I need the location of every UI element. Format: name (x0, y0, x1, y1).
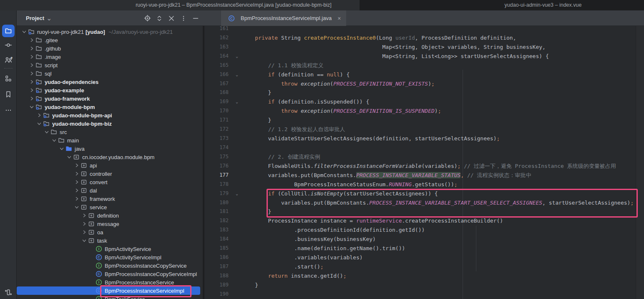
tree-item-BpmActivityService[interactable]: IBpmActivityService (17, 245, 203, 253)
code-text[interactable]: FlowableUtils.filterProcessInstanceFormV… (242, 162, 636, 171)
line-number[interactable]: 168 (204, 88, 232, 97)
line-number[interactable]: 182 (204, 216, 232, 226)
line-number[interactable]: 165 (204, 61, 232, 70)
tree-item-api[interactable]: api (17, 161, 203, 170)
code-text[interactable]: // 2. 创建流程实例 (242, 152, 636, 162)
code-line-165[interactable]: 165 // 1.1 校验流程定义 (204, 61, 636, 70)
tree-item-cn.iocoder.yudao.module.bpm[interactable]: cn.iocoder.yudao.module.bpm (17, 153, 203, 161)
fold-chevron-icon[interactable]: ⌄ (232, 97, 242, 106)
code-text[interactable]: .name(definition.getName().trim()) (242, 244, 636, 253)
code-text[interactable]: variables.put(BpmConstants.PROCESS_INSTA… (242, 171, 636, 180)
close-icon[interactable]: × (337, 15, 341, 21)
code-text[interactable]: return instance.getId(); (242, 271, 636, 281)
line-number[interactable]: 164 (204, 52, 232, 61)
tree-item-.image[interactable]: .image (17, 53, 203, 61)
code-line-187[interactable]: 187 .start(); (204, 262, 636, 271)
code-text[interactable] (242, 290, 636, 299)
code-line-189[interactable]: 189 } (204, 281, 636, 290)
more-tools-tool-button[interactable] (2, 104, 15, 117)
chevron-right-icon[interactable] (28, 87, 35, 94)
structure-tool-button[interactable] (2, 72, 15, 85)
code-text[interactable]: // 1.2 校验发起人自选审批人 (242, 125, 636, 134)
hide-panel-icon[interactable] (192, 15, 199, 22)
line-number[interactable]: 189 (204, 281, 232, 290)
chevron-down-icon[interactable] (21, 28, 28, 35)
chevron-down-icon[interactable] (66, 154, 73, 160)
code-line-168[interactable]: 168 } (204, 88, 636, 97)
chevron-right-icon[interactable] (28, 45, 35, 52)
chevron-right-icon[interactable] (81, 229, 88, 236)
bookmarks-tool-button[interactable] (2, 88, 15, 101)
line-number[interactable]: 188 (204, 271, 232, 281)
fold-chevron-icon[interactable]: ⌄ (232, 52, 242, 61)
tree-item-.gitee[interactable]: .gitee (17, 36, 203, 44)
code-line-184[interactable]: 184 .businessKey(businessKey) (204, 235, 636, 244)
code-text[interactable]: Map<String, List<Long>> startUserSelectA… (242, 52, 636, 61)
code-editor[interactable]: 161162 private String createProcessInsta… (204, 26, 644, 299)
line-number[interactable]: 177 (204, 171, 232, 180)
line-number[interactable]: 171 (204, 116, 232, 125)
line-number[interactable]: 174 (204, 143, 232, 152)
chevron-right-icon[interactable] (28, 53, 35, 60)
tree-item-sql[interactable]: sql (17, 69, 203, 78)
code-area[interactable]: 161162 private String createProcessInsta… (204, 26, 636, 299)
code-line-161[interactable]: 161 (204, 26, 636, 33)
code-text[interactable]: throw exception(PROCESS_DEFINITION_IS_SU… (242, 106, 636, 116)
code-line-167[interactable]: 167 throw exception(PROCESS_DEFINITION_N… (204, 79, 636, 89)
chevron-right-icon[interactable] (28, 70, 35, 77)
code-line-164[interactable]: 164⌄ Map<String, List<Long>> startUserSe… (204, 52, 636, 61)
code-line-163[interactable]: 163 Map<String, Object> variables, Strin… (204, 43, 636, 52)
code-line-182[interactable]: 182 ProcessInstance instance = runtimeSe… (204, 216, 636, 226)
expand-selection-icon[interactable] (156, 15, 163, 22)
tree-item-task[interactable]: task (17, 236, 203, 245)
line-number[interactable]: 176 (204, 162, 232, 171)
code-text[interactable]: .businessKey(businessKey) (242, 235, 636, 244)
code-text[interactable]: // 1.1 校验流程定义 (242, 61, 636, 70)
project-folder-tool-button[interactable] (2, 25, 15, 37)
tree-item-ruoyi-vue-pro-jdk21[interactable]: ruoyi-vue-pro-jdk21[yudao]~/Java/ruoyi-v… (17, 28, 203, 36)
code-line-190[interactable]: 190 (204, 290, 636, 299)
chevron-down-icon[interactable] (43, 129, 50, 135)
code-text[interactable] (242, 26, 636, 33)
code-line-175[interactable]: 175 // 2. 创建流程实例 (204, 152, 636, 162)
code-text[interactable]: } (242, 116, 636, 125)
tree-item-service[interactable]: service (17, 203, 203, 211)
line-number[interactable]: 172 (204, 125, 232, 134)
tree-item-dal[interactable]: dal (17, 186, 203, 195)
code-text[interactable]: ProcessInstance instance = runtimeServic… (242, 216, 636, 226)
tree-item-BpmProcessInstanceCopyServiceImpl[interactable]: CBpmProcessInstanceCopyServiceImpl (17, 270, 203, 278)
tree-item-message[interactable]: message (17, 220, 203, 228)
chevron-down-icon[interactable] (81, 237, 88, 244)
line-number[interactable]: 186 (204, 253, 232, 262)
terminal-tool-button[interactable] (2, 286, 15, 299)
line-number[interactable]: 190 (204, 290, 232, 299)
tree-item-definition[interactable]: definition (17, 211, 203, 220)
locate-file-icon[interactable] (143, 15, 151, 22)
tree-item-oa[interactable]: oa (17, 228, 203, 236)
tree-item-main[interactable]: main (17, 136, 203, 144)
line-number[interactable]: 187 (204, 262, 232, 271)
more-options-icon[interactable] (180, 15, 187, 22)
code-line-162[interactable]: 162 private String createProcessInstance… (204, 33, 636, 43)
code-text[interactable]: private String createProcessInstance0(Lo… (242, 33, 636, 43)
chevron-down-icon[interactable] (51, 137, 58, 144)
code-line-176[interactable]: 176 FlowableUtils.filterProcessInstanceF… (204, 162, 636, 171)
code-line-170[interactable]: 170 throw exception(PROCESS_DEFINITION_I… (204, 106, 636, 116)
code-line-178[interactable]: 178 BpmProcessInstanceStatusEnum.RUNNING… (204, 180, 636, 189)
line-number[interactable]: 170 (204, 106, 232, 116)
tree-item-yudao-module-bpm-biz[interactable]: yudao-module-bpm-biz (17, 119, 203, 128)
collapse-all-icon[interactable] (168, 15, 175, 22)
commit-tool-button[interactable] (2, 39, 15, 51)
chevron-right-icon[interactable] (28, 62, 35, 68)
code-line-174[interactable]: 174 (204, 143, 636, 152)
code-text[interactable]: .variables(variables) (242, 253, 636, 262)
code-text[interactable]: BpmProcessInstanceStatusEnum.RUNNING.get… (242, 180, 636, 189)
line-number[interactable]: 184 (204, 235, 232, 244)
line-number[interactable]: 163 (204, 43, 232, 52)
code-text[interactable]: } (242, 281, 636, 290)
code-line-177[interactable]: 177 variables.put(BpmConstants.PROCESS_I… (204, 171, 636, 180)
code-text[interactable]: Map<String, Object> variables, String bu… (242, 43, 636, 52)
code-line-186[interactable]: 186 .variables(variables) (204, 253, 636, 262)
tree-item-BpmProcessInstanceCopyService[interactable]: IBpmProcessInstanceCopyService (17, 261, 203, 270)
code-text[interactable]: if (definition == null) { (242, 70, 636, 79)
